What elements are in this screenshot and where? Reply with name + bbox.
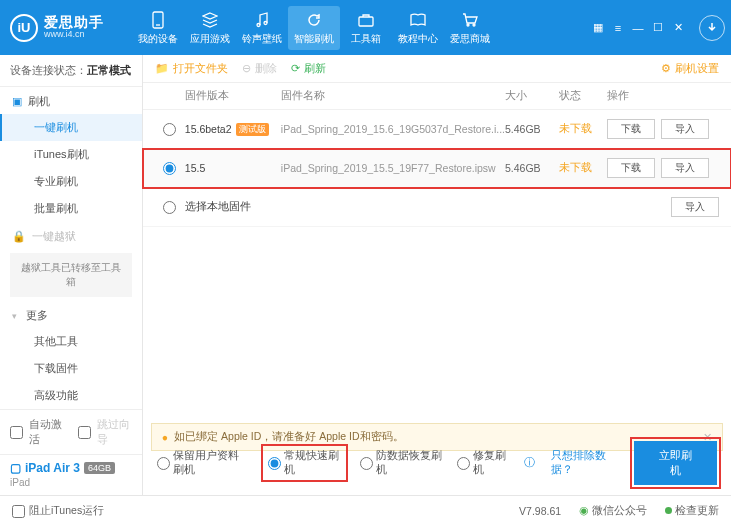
help-icon[interactable]: ⓘ	[524, 456, 535, 470]
nav-tutorials[interactable]: 教程中心	[392, 6, 444, 50]
block-itunes-checkbox[interactable]	[12, 505, 25, 518]
flash-settings-button[interactable]: ⚙ 刷机设置	[661, 61, 719, 76]
sidebar-item-itunes-flash[interactable]: iTunes刷机	[0, 141, 142, 168]
app-name: 爱思助手	[44, 15, 104, 30]
auto-activate-row: 自动激活 跳过向导	[0, 410, 142, 454]
folder-icon: 📁	[155, 62, 169, 75]
mode-anti-recover[interactable]: 防数据恢复刷机	[360, 449, 443, 477]
maximize-icon[interactable]: ☐	[649, 19, 667, 37]
music-icon	[236, 10, 288, 30]
main-panel: 📁 打开文件夹 ⊖ 删除 ⟳ 刷新 ⚙ 刷机设置 固件版本 固件名称 大小 状态…	[143, 55, 731, 495]
sidebar-item-pro-flash[interactable]: 专业刷机	[0, 168, 142, 195]
firmware-radio[interactable]	[163, 162, 176, 175]
import-button[interactable]: 导入	[671, 197, 719, 217]
import-button[interactable]: 导入	[661, 119, 709, 139]
exclude-data-link[interactable]: 只想排除数据？	[551, 449, 619, 477]
phone-icon	[132, 10, 184, 30]
sidebar-item-advanced[interactable]: 高级功能	[0, 382, 142, 409]
minimize-icon[interactable]: —	[629, 19, 647, 37]
sidebar-group-more[interactable]: ▾ 更多	[0, 301, 142, 328]
svg-point-6	[473, 24, 475, 26]
logo-icon: iU	[10, 14, 38, 42]
main-nav: 我的设备 应用游戏 铃声壁纸 智能刷机 工具箱 教程中心 爱思商城	[132, 6, 496, 50]
toolbox-icon	[340, 10, 392, 30]
sidebar: 设备连接状态：正常模式 ▣ 刷机 一键刷机 iTunes刷机 专业刷机 批量刷机…	[0, 55, 143, 495]
local-firmware-row[interactable]: 选择本地固件 导入	[143, 188, 731, 227]
nav-flash[interactable]: 智能刷机	[288, 6, 340, 50]
mode-repair[interactable]: 修复刷机	[457, 449, 510, 477]
sidebar-item-oneclick-flash[interactable]: 一键刷机	[0, 114, 142, 141]
nav-my-device[interactable]: 我的设备	[132, 6, 184, 50]
delete-button[interactable]: ⊖ 删除	[242, 61, 277, 76]
mode-keep-data[interactable]: 保留用户资料刷机	[157, 449, 250, 477]
close-icon[interactable]: ✕	[669, 19, 687, 37]
window-controls: ▦ ≡ — ☐ ✕	[589, 15, 725, 41]
import-button[interactable]: 导入	[661, 158, 709, 178]
app-icon	[184, 10, 236, 30]
svg-rect-4	[359, 17, 373, 26]
version-label: V7.98.61	[519, 505, 561, 517]
book-icon	[392, 10, 444, 30]
title-bar: iU 爱思助手 www.i4.cn 我的设备 应用游戏 铃声壁纸 智能刷机 工具…	[0, 0, 731, 55]
block-itunes-checkbox-label[interactable]: 阻止iTunes运行	[12, 504, 104, 518]
nav-apps[interactable]: 应用游戏	[184, 6, 236, 50]
flash-options: 保留用户资料刷机 常规快速刷机 防数据恢复刷机 修复刷机 ⓘ 只想排除数据？ 立…	[151, 437, 723, 489]
refresh-icon	[288, 10, 340, 30]
jailbreak-moved-note: 越狱工具已转移至工具箱	[10, 253, 132, 297]
nav-ringtones[interactable]: 铃声壁纸	[236, 6, 288, 50]
check-update-link[interactable]: 检查更新	[665, 504, 719, 518]
refresh-icon: ⟳	[291, 62, 300, 75]
sidebar-group-flash[interactable]: ▣ 刷机	[0, 87, 142, 114]
app-url: www.i4.cn	[44, 30, 104, 40]
skip-guide-checkbox[interactable]	[78, 426, 91, 439]
firmware-radio[interactable]	[163, 201, 176, 214]
chevron-down-icon: ▾	[12, 311, 20, 321]
download-circle-icon[interactable]	[699, 15, 725, 41]
delete-icon: ⊖	[242, 62, 251, 75]
device-info[interactable]: ▢ iPad Air 3 64GB iPad	[0, 454, 142, 496]
sidebar-item-other-tools[interactable]: 其他工具	[0, 328, 142, 355]
status-dot-icon	[665, 507, 672, 514]
tablet-icon: ▢	[10, 461, 21, 475]
sidebar-item-download-fw[interactable]: 下载固件	[0, 355, 142, 382]
table-header: 固件版本 固件名称 大小 状态 操作	[143, 83, 731, 110]
firmware-radio[interactable]	[163, 123, 176, 136]
auto-activate-checkbox[interactable]	[10, 426, 23, 439]
col-filename: 固件名称	[281, 89, 505, 103]
settings-icon[interactable]: ≡	[609, 19, 627, 37]
firmware-row[interactable]: 15.6beta2 测试版 iPad_Spring_2019_15.6_19G5…	[143, 110, 731, 149]
gear-icon: ⚙	[661, 62, 671, 75]
flash-now-button[interactable]: 立即刷机	[634, 441, 717, 485]
svg-point-3	[264, 21, 267, 24]
col-version: 固件版本	[185, 89, 281, 103]
nav-store[interactable]: 爱思商城	[444, 6, 496, 50]
mode-normal[interactable]: 常规快速刷机	[263, 446, 346, 480]
download-button[interactable]: 下载	[607, 158, 655, 178]
cart-icon	[444, 10, 496, 30]
connection-status: 设备连接状态：正常模式	[0, 55, 142, 87]
beta-badge: 测试版	[236, 123, 269, 136]
wechat-link[interactable]: ◉ 微信公众号	[579, 504, 647, 518]
sidebar-item-batch-flash[interactable]: 批量刷机	[0, 195, 142, 222]
nav-toolbox[interactable]: 工具箱	[340, 6, 392, 50]
toolbar: 📁 打开文件夹 ⊖ 删除 ⟳ 刷新 ⚙ 刷机设置	[143, 55, 731, 83]
svg-point-5	[467, 24, 469, 26]
svg-point-2	[257, 23, 260, 26]
firmware-row-selected[interactable]: 15.5 iPad_Spring_2019_15.5_19F77_Restore…	[143, 149, 731, 188]
refresh-button[interactable]: ⟳ 刷新	[291, 61, 326, 76]
col-size: 大小	[505, 89, 559, 103]
sidebar-group-jailbreak[interactable]: 🔒 一键越狱	[0, 222, 142, 249]
app-logo: iU 爱思助手 www.i4.cn	[10, 14, 104, 42]
download-button[interactable]: 下载	[607, 119, 655, 139]
col-op: 操作	[607, 89, 719, 103]
flash-group-icon: ▣	[12, 95, 22, 108]
menu-icon[interactable]: ▦	[589, 19, 607, 37]
status-bar: 阻止iTunes运行 V7.98.61 ◉ 微信公众号 检查更新	[0, 495, 731, 526]
open-folder-button[interactable]: 📁 打开文件夹	[155, 61, 228, 76]
col-status: 状态	[559, 89, 607, 103]
storage-badge: 64GB	[84, 462, 115, 474]
lock-icon: 🔒	[12, 230, 26, 243]
